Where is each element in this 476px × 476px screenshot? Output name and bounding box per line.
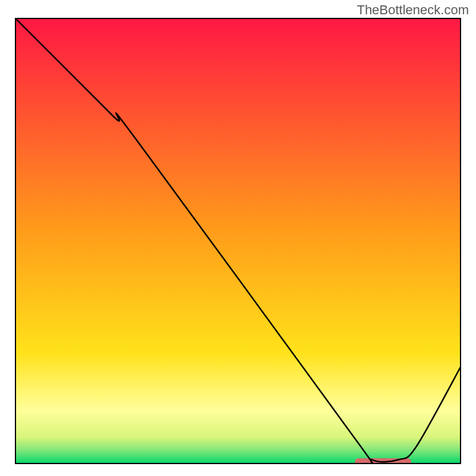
chart-container: TheBottleneck.com <box>0 0 476 476</box>
chart-svg <box>15 18 461 464</box>
plot-area <box>15 18 461 464</box>
watermark-text: TheBottleneck.com <box>357 2 469 18</box>
